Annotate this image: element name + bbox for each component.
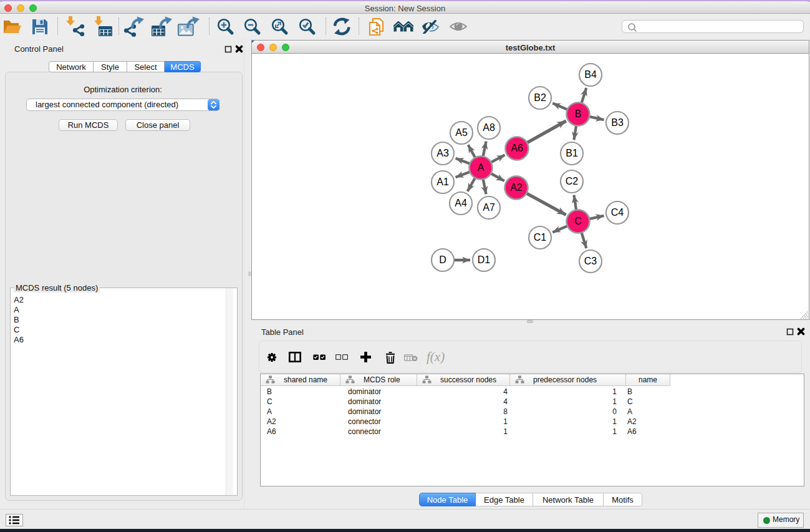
svg-text:C4: C4 bbox=[611, 207, 624, 218]
svg-text:C1: C1 bbox=[534, 232, 547, 243]
svg-text:A: A bbox=[478, 162, 485, 173]
svg-text:A1: A1 bbox=[436, 177, 449, 187]
svg-text:A5: A5 bbox=[455, 127, 468, 138]
svg-text:C2: C2 bbox=[566, 176, 579, 186]
svg-text:A6: A6 bbox=[511, 143, 523, 153]
svg-text:D: D bbox=[439, 254, 446, 265]
svg-text:B3: B3 bbox=[611, 117, 624, 128]
svg-text:B1: B1 bbox=[566, 148, 578, 158]
svg-text:A7: A7 bbox=[483, 202, 495, 213]
svg-text:A4: A4 bbox=[455, 198, 467, 208]
svg-text:B: B bbox=[575, 109, 582, 119]
svg-text:C: C bbox=[574, 216, 582, 226]
svg-text:A8: A8 bbox=[483, 122, 495, 133]
svg-text:D1: D1 bbox=[478, 254, 491, 265]
svg-text:A2: A2 bbox=[510, 182, 523, 193]
svg-text:B2: B2 bbox=[534, 92, 546, 103]
svg-text:A3: A3 bbox=[436, 148, 449, 158]
svg-text:B4: B4 bbox=[584, 69, 597, 80]
svg-text:C3: C3 bbox=[584, 256, 597, 266]
